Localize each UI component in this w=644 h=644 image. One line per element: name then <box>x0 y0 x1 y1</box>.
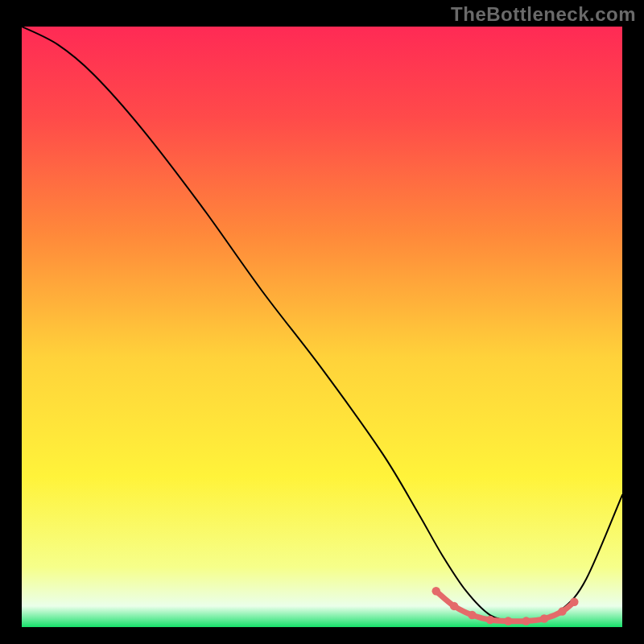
highlight-dot <box>570 597 579 606</box>
highlight-dot <box>486 616 495 625</box>
watermark-text: TheBottleneck.com <box>451 3 636 26</box>
highlight-dot <box>558 607 567 616</box>
chart-frame: { "watermark": "TheBottleneck.com", "cha… <box>0 0 644 644</box>
highlight-dot <box>468 611 477 620</box>
highlight-dot <box>504 617 513 625</box>
highlight-dot <box>522 617 530 625</box>
plot-background <box>22 27 622 627</box>
highlight-dot <box>540 614 549 623</box>
chart-svg <box>0 0 644 644</box>
highlight-dot <box>450 602 459 611</box>
highlight-dot <box>431 587 440 596</box>
